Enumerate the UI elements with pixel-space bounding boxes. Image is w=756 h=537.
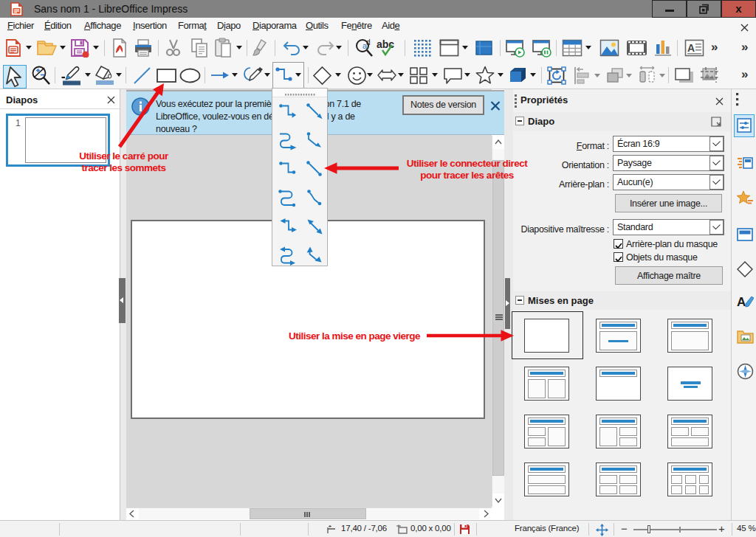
svg-text:abc: abc (377, 39, 394, 50)
svg-text:A: A (737, 295, 746, 309)
svg-text:d: d (366, 38, 371, 46)
svg-text:A: A (687, 42, 695, 54)
